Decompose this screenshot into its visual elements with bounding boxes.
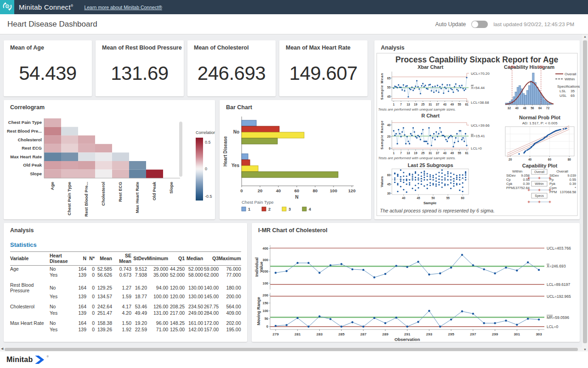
svg-text:Cholesterol: Cholesterol <box>101 182 106 206</box>
svg-text:Process Capability Sixpack Rep: Process Capability Sixpack Report for Ag… <box>396 55 559 64</box>
svg-text:72: 72 <box>546 106 550 110</box>
svg-text:31: 31 <box>429 103 432 106</box>
panel-title: Analysis <box>381 45 404 51</box>
footer-reg-mark: ® <box>46 355 48 358</box>
svg-text:25: 25 <box>421 151 425 155</box>
svg-text:Sample: Sample <box>424 201 437 205</box>
svg-text:13: 13 <box>407 103 410 106</box>
svg-text:USL: USL <box>560 94 567 98</box>
svg-text:100: 100 <box>330 188 337 193</box>
scroll-down-arrow-icon[interactable]: ▼ <box>583 348 587 351</box>
svg-text:40: 40 <box>387 123 391 127</box>
svg-text:297: 297 <box>470 332 476 336</box>
svg-text:Values: Values <box>380 176 384 187</box>
svg-text:60: 60 <box>387 173 391 177</box>
svg-text:37: 37 <box>436 151 440 155</box>
svg-text:80: 80 <box>313 188 318 193</box>
auto-update-toggle[interactable] <box>471 21 488 28</box>
svg-text:0.39: 0.39 <box>523 182 530 186</box>
svg-text:Cpm: Cpm <box>549 186 557 190</box>
svg-text:Yes: Yes <box>232 163 240 168</box>
svg-text:303: 303 <box>536 332 542 336</box>
svg-text:43: 43 <box>443 151 447 155</box>
svg-text:64: 64 <box>538 106 542 110</box>
svg-text:Slope: Slope <box>30 171 42 176</box>
vertical-scrollbar[interactable]: ▲ ▼ <box>582 34 588 351</box>
svg-text:20: 20 <box>387 135 391 138</box>
sixpack-analysis-card: Process Capability Sixpack Report for Ag… <box>374 40 580 219</box>
svg-text:Sample Range: Sample Range <box>380 120 384 150</box>
table-row: Yes139056.6260.6737.93835.00052.00058.00… <box>10 272 241 279</box>
svg-text:⚙: ⚙ <box>5 3 10 10</box>
svg-text:Max Heart Rate: Max Heart Rate <box>10 154 42 159</box>
svg-text:400: 400 <box>262 246 268 251</box>
svg-text:45: 45 <box>387 95 391 98</box>
table-row: Yes1390139.261.9222.5971.00125.00142.001… <box>10 326 241 333</box>
table-spacer-row <box>10 278 241 282</box>
scroll-left-arrow-icon[interactable]: ◀ <box>1 347 3 351</box>
statistics-table: VariableHeart DiseaseNN*MeanSE MeanStDev… <box>10 251 241 333</box>
table-spacer-row <box>10 300 241 304</box>
svg-text:20: 20 <box>258 188 263 193</box>
table-row: CholesterolNo1640242.644.1753.46126.0020… <box>10 304 241 310</box>
svg-text:55: 55 <box>387 86 391 89</box>
svg-text:283: 283 <box>317 332 323 336</box>
svg-text:9.039: 9.039 <box>567 173 576 178</box>
svg-text:60: 60 <box>461 196 465 200</box>
horizontal-scroll-thumb[interactable] <box>5 348 578 351</box>
svg-text:100: 100 <box>262 309 268 313</box>
svg-text:Within: Within <box>535 182 544 185</box>
svg-text:3: 3 <box>288 207 291 212</box>
table-row: AgeNo164052.5850.7439.51229.00044.25052.… <box>10 266 241 272</box>
svg-text:UCL=192.965: UCL=192.965 <box>547 294 571 299</box>
svg-text:Normal Prob Plot: Normal Prob Plot <box>519 115 560 120</box>
svg-text:No: No <box>233 129 239 134</box>
svg-text:-0.5: -0.5 <box>205 194 212 199</box>
svg-text:56: 56 <box>531 106 534 110</box>
last-updated-text: last updated 9/20/22, 12:45:23 PM <box>493 22 574 27</box>
svg-text:55: 55 <box>458 151 461 155</box>
table-row: Rest Blood PressureNo1640129.251.2716.20… <box>10 282 241 293</box>
svg-text:Old Peak: Old Peak <box>152 181 157 200</box>
column-header: Median <box>185 252 203 266</box>
sixpack-report: Process Capability Sixpack Report for Ag… <box>374 40 580 219</box>
bar-chart-card: 020406080100120NNoYesHeart DiseaseChest … <box>220 100 371 219</box>
toggle-knob <box>472 21 478 28</box>
svg-text:287: 287 <box>360 332 367 336</box>
column-header: Minimum <box>147 252 168 266</box>
horizontal-scrollbar[interactable]: ◀ ▶ <box>0 347 588 351</box>
svg-text:48: 48 <box>523 106 526 110</box>
svg-text:1: 1 <box>393 103 395 106</box>
svg-text:Rest ECG: Rest ECG <box>118 182 123 202</box>
imr-chart-card: 100200300400UCL=403.766X=246.693LCL=89.6… <box>252 223 580 342</box>
svg-text:40: 40 <box>515 106 519 110</box>
svg-text:279: 279 <box>272 332 279 336</box>
auto-update-label: Auto Update <box>435 21 466 28</box>
svg-text:MR=59.0596: MR=59.0596 <box>547 315 569 320</box>
vertical-scroll-thumb[interactable] <box>583 40 587 343</box>
svg-text:0.39: 0.39 <box>569 182 576 186</box>
svg-text:X=246.693: X=246.693 <box>547 264 566 268</box>
svg-text:Max Heart Rate: Max Heart Rate <box>135 182 140 213</box>
scroll-up-arrow-icon[interactable]: ▲ <box>583 35 587 38</box>
svg-text:7: 7 <box>400 103 402 106</box>
svg-text:Cp: Cp <box>506 178 511 182</box>
minitab-connect-logo[interactable]: ⚙ <box>0 0 14 14</box>
svg-text:X=54.44: X=54.44 <box>471 86 485 90</box>
kpi-value: 54.439 <box>4 56 92 91</box>
svg-text:50: 50 <box>265 317 268 321</box>
svg-text:60: 60 <box>548 158 552 161</box>
svg-text:291: 291 <box>404 332 411 336</box>
svg-text:37: 37 <box>436 103 440 106</box>
page-footer: Minitab ® <box>0 351 588 368</box>
svg-text:Overall: Overall <box>556 169 568 173</box>
svg-text:StDev: StDev <box>549 173 559 178</box>
svg-text:80: 80 <box>568 158 571 161</box>
svg-text:65: 65 <box>387 77 391 80</box>
table-row: Yes1390134.571.5918.77100.00120.00130.00… <box>10 293 241 300</box>
learn-more-link[interactable]: Learn more about Minitab Connect® <box>84 5 162 10</box>
svg-text:32: 32 <box>508 106 511 110</box>
svg-text:Age: Age <box>50 182 55 190</box>
svg-text:Rest ECG: Rest ECG <box>22 145 42 151</box>
svg-text:289: 289 <box>382 332 389 336</box>
